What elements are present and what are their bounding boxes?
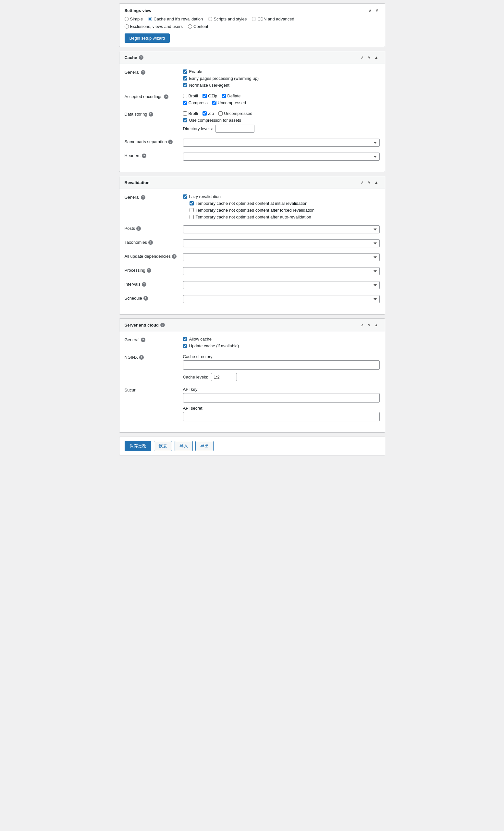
sc-collapse-down[interactable]: ∨ (366, 322, 372, 328)
rev-schedule-info-icon[interactable]: ? (143, 296, 148, 300)
rev-tmp-auto-checkbox[interactable] (189, 215, 194, 219)
cache-enable-checkbox[interactable] (183, 69, 187, 74)
cache-early-pages-checkbox[interactable] (183, 76, 187, 81)
cache-data-storing-info-icon[interactable]: ? (149, 112, 153, 117)
radio-scripts-label[interactable]: Scripts and styles (208, 17, 247, 22)
radio-content[interactable] (188, 24, 192, 29)
sc-collapse-up[interactable]: ∧ (360, 322, 365, 328)
headers-info-icon[interactable]: ? (142, 153, 146, 158)
sc-allow-cache-label[interactable]: Allow cache (183, 337, 212, 342)
rev-collapse-up[interactable]: ∧ (360, 179, 365, 185)
ds-brotli-label[interactable]: Brotli (183, 111, 198, 116)
enc-brotli-checkbox[interactable] (183, 94, 187, 98)
rev-collapse-down[interactable]: ∨ (366, 179, 372, 185)
rev-deps-select[interactable] (183, 253, 380, 261)
rev-tmp-initial-checkbox[interactable] (189, 201, 194, 205)
rev-posts-select[interactable] (183, 225, 380, 233)
rev-intervals-select[interactable] (183, 281, 380, 289)
rev-lazy-label[interactable]: Lazy revalidation (183, 194, 221, 199)
radio-scripts[interactable] (208, 17, 212, 21)
cache-info-icon[interactable]: ? (139, 55, 143, 60)
rev-general-row: General ? Lazy revalidation (125, 194, 380, 220)
rev-taxonomies-select[interactable] (183, 239, 380, 247)
enc-brotli-label[interactable]: Brotli (183, 93, 198, 98)
radio-cache[interactable] (148, 17, 152, 21)
server-cloud-info-icon[interactable]: ? (160, 323, 165, 327)
cache-normalize-ua-checkbox[interactable] (183, 83, 187, 87)
radio-cdn-label[interactable]: CDN and advanced (252, 17, 294, 22)
cache-collapse-up[interactable]: ∧ (360, 55, 365, 60)
revalidation-section-controls: ∧ ∨ ▲ (360, 179, 380, 185)
save-button[interactable]: 保存更改 (125, 441, 151, 451)
collapse-up-btn[interactable]: ∧ (367, 7, 373, 13)
rev-collapse-arrow[interactable]: ▲ (373, 179, 380, 185)
collapse-down-btn[interactable]: ∨ (374, 7, 380, 13)
cache-encodings-row: Accepted encodings ? Brotli GZip (125, 93, 380, 105)
sucuri-api-key-input[interactable] (183, 393, 380, 403)
radio-simple-label[interactable]: Simple (125, 17, 143, 22)
cache-normalize-ua-label[interactable]: Normalize user-agent (183, 83, 230, 88)
export-button[interactable]: 导出 (196, 441, 213, 451)
cache-collapse-arrow[interactable]: ▲ (373, 55, 380, 60)
enc-gzip-label[interactable]: GZip (203, 93, 217, 98)
ds-brotli-checkbox[interactable] (183, 111, 187, 116)
cache-enable-label[interactable]: Enable (183, 69, 202, 74)
cache-encodings-info-icon[interactable]: ? (164, 94, 169, 99)
enc-uncompressed-checkbox[interactable] (212, 101, 216, 105)
sc-nginx-info-icon[interactable]: ? (139, 355, 144, 360)
enc-compress-label[interactable]: Compress (183, 100, 208, 105)
radio-content-label[interactable]: Content (188, 24, 208, 29)
sc-collapse-arrow[interactable]: ▲ (373, 322, 380, 328)
rev-general-info-icon[interactable]: ? (141, 195, 145, 200)
rev-processing-info-icon[interactable]: ? (147, 268, 151, 273)
ds-zip-label[interactable]: Zip (203, 111, 214, 116)
directory-levels-input[interactable] (215, 125, 255, 133)
headers-select[interactable] (183, 152, 380, 161)
rev-taxonomies-info-icon[interactable]: ? (148, 240, 153, 245)
ds-use-compression-checkbox[interactable] (183, 118, 187, 122)
import-button[interactable]: 导入 (175, 441, 193, 451)
same-parts-info-icon[interactable]: ? (168, 140, 173, 144)
nginx-cache-dir-input[interactable] (183, 360, 380, 370)
sc-sucuri-row: Sucuri API key: API secret: (125, 387, 380, 421)
radio-cache-label[interactable]: Cache and it's revalidation (148, 17, 203, 22)
rev-lazy-checkbox[interactable] (183, 195, 187, 199)
same-parts-row: Same parts separation ? (125, 139, 380, 147)
ds-use-compression-label[interactable]: Use compression for assets (183, 118, 241, 123)
revalidation-section-body: General ? Lazy revalidation (119, 189, 385, 314)
restore-button[interactable]: 恢复 (154, 441, 172, 451)
enc-deflate-checkbox[interactable] (221, 94, 226, 98)
nginx-cache-levels-input[interactable] (211, 373, 237, 381)
radio-cdn[interactable] (252, 17, 256, 21)
enc-compress-checkbox[interactable] (183, 101, 187, 105)
rev-deps-info-icon[interactable]: ? (172, 254, 177, 259)
sc-update-cache-label[interactable]: Update cache (if available) (183, 343, 239, 348)
ds-uncompressed-label[interactable]: Uncompressed (218, 111, 252, 116)
cache-early-pages-label[interactable]: Early pages processing (warming up) (183, 76, 259, 81)
same-parts-select[interactable] (183, 139, 380, 147)
begin-setup-button[interactable]: Begin setup wizard (125, 33, 170, 43)
sc-update-cache-checkbox[interactable] (183, 344, 187, 348)
rev-tmp-forced-label[interactable]: Temporary cache not optimized content af… (189, 208, 315, 212)
enc-gzip-checkbox[interactable] (203, 94, 207, 98)
radio-simple[interactable] (125, 17, 129, 21)
sc-allow-cache-checkbox[interactable] (183, 337, 187, 341)
sc-general-info-icon[interactable]: ? (141, 338, 145, 342)
headers-label: Headers ? (125, 152, 183, 158)
rev-tmp-initial-label[interactable]: Temporary cache not optimized content at… (189, 201, 308, 206)
cache-general-info-icon[interactable]: ? (141, 70, 145, 75)
radio-exclusions[interactable] (125, 24, 129, 29)
rev-schedule-select[interactable] (183, 295, 380, 303)
radio-exclusions-label[interactable]: Exclusions, views and users (125, 24, 183, 29)
enc-uncompressed-label[interactable]: Uncompressed (212, 100, 246, 105)
rev-tmp-auto-label[interactable]: Temporary cache not optimized content af… (189, 214, 311, 220)
enc-deflate-label[interactable]: Deflate (221, 93, 240, 98)
cache-collapse-down[interactable]: ∨ (366, 55, 372, 60)
ds-uncompressed-checkbox[interactable] (218, 111, 223, 116)
rev-intervals-info-icon[interactable]: ? (142, 282, 146, 287)
rev-posts-info-icon[interactable]: ? (136, 226, 141, 231)
rev-processing-select[interactable] (183, 267, 380, 275)
sucuri-api-secret-input[interactable] (183, 412, 380, 421)
ds-zip-checkbox[interactable] (203, 111, 207, 116)
rev-tmp-forced-checkbox[interactable] (189, 208, 194, 212)
